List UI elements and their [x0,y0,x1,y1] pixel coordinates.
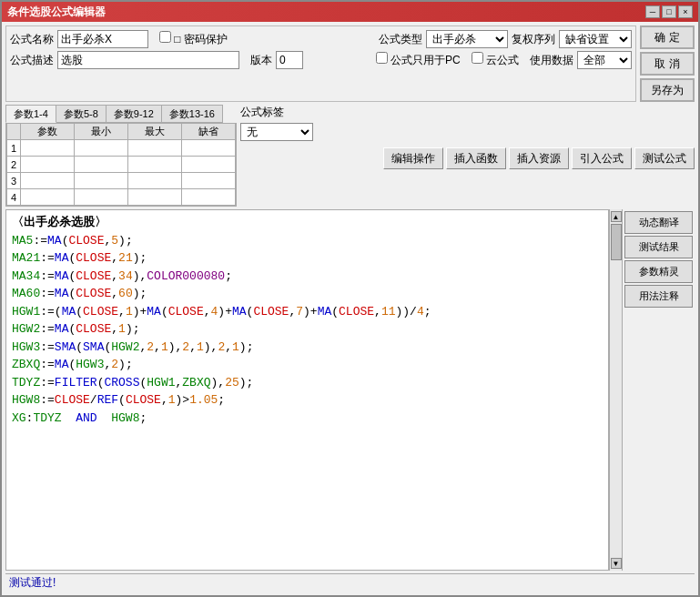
params-col-param: 参数 [21,124,75,140]
test-results-button[interactable]: 测试结果 [624,236,693,258]
formula-type-label: 公式类型 [379,32,422,47]
tab-params-1-4[interactable]: 参数1-4 [5,105,56,123]
tab-params-9-12[interactable]: 参数9-12 [106,105,162,123]
param-row-num-4: 4 [7,189,21,206]
code-header: 〈出手必杀选股〉 [12,214,603,232]
params-col-default: 缺省 [182,124,236,140]
syntax-note-button[interactable]: 用法注释 [624,285,693,308]
param-row-3: 3 [7,173,236,189]
password-label: □ 密码保护 [159,31,228,47]
code-line-10: HGW8:=CLOSE/REF(CLOSE,1)>1.05; [12,391,603,410]
cloud-checkbox[interactable] [472,52,483,64]
scroll-up-button[interactable]: ▲ [611,211,622,222]
code-editor[interactable]: 〈出手必杀选股〉 MA5:=MA(CLOSE,5); MA21:=MA(CLOS… [6,210,608,570]
compound-select[interactable]: 缺省设置 [559,30,632,48]
window-controls: ─ □ × [645,5,693,18]
password-checkbox[interactable] [159,31,171,43]
status-text: 测试通过! [9,575,56,591]
edit-ops-button[interactable]: 编辑操作 [383,147,443,169]
scroll-down-button[interactable]: ▼ [611,558,622,569]
use-data-select[interactable]: 全部 [577,51,632,69]
param-2-name[interactable] [25,159,70,170]
param-2-default[interactable] [186,159,231,170]
formula-desc-input[interactable] [57,51,239,69]
pc-only-label: 公式只用于PC [376,52,461,68]
scroll-thumb[interactable] [611,224,622,260]
code-line-11: XG:TDYZ AND HGW8; [12,410,603,428]
param-1-max[interactable] [132,143,178,154]
param-1-default[interactable] [186,143,231,154]
save-as-button[interactable]: 另存为 [640,78,695,102]
params-col-num [7,124,21,140]
param-row-2: 2 [7,157,236,173]
code-line-6: HGW2:=MA(CLOSE,1); [12,320,603,339]
param-summary-button[interactable]: 参数精灵 [624,260,693,283]
params-col-min: 最小 [75,124,128,140]
pc-only-checkbox[interactable] [376,52,388,64]
param-row-1: 1 [7,140,236,157]
code-line-1: MA5:=MA(CLOSE,5); [12,232,603,250]
cloud-label: 云公式 [472,52,519,68]
param-2-max[interactable] [132,159,178,170]
param-3-max[interactable] [132,176,178,187]
formula-tag-label: 公式标签 [240,105,284,120]
close-button[interactable]: × [678,5,693,18]
compound-label: 复权序列 [512,32,555,47]
code-line-3: MA34:=MA(CLOSE,34),COLOR000080; [12,268,603,286]
code-line-4: MA60:=MA(CLOSE,60); [12,285,603,303]
version-input[interactable] [276,51,303,69]
title-bar: 条件选股公式编辑器 ─ □ × [2,2,698,22]
status-bar: 测试通过! [5,573,695,592]
param-4-default[interactable] [186,192,231,203]
param-row-num-2: 2 [7,157,21,173]
window-title: 条件选股公式编辑器 [7,5,106,20]
param-1-name[interactable] [25,143,70,154]
param-4-max[interactable] [132,192,178,203]
import-formula-button[interactable]: 引入公式 [572,147,632,169]
param-row-4: 4 [7,189,236,206]
params-col-max: 最大 [128,124,182,140]
params-tabs: 参数1-4 参数5-8 参数9-12 参数13-16 [5,105,237,123]
formula-tag-select[interactable]: 无 [240,123,313,141]
maximize-button[interactable]: □ [662,5,676,18]
param-3-min[interactable] [78,176,124,187]
formula-name-input[interactable] [57,30,148,48]
formula-desc-label: 公式描述 [10,53,54,68]
param-4-min[interactable] [78,192,124,203]
tab-params-13-16[interactable]: 参数13-16 [161,105,223,123]
version-label: 版本 [250,53,272,68]
code-line-5: HGW1:=(MA(CLOSE,1)+MA(CLOSE,4)+MA(CLOSE,… [12,303,603,321]
code-line-9: TDYZ:=FILTER(CROSS(HGW1,ZBXQ),25); [12,374,603,392]
insert-func-button[interactable]: 插入函数 [446,147,506,169]
param-1-min[interactable] [78,143,124,154]
confirm-button[interactable]: 确 定 [640,25,695,49]
minimize-button[interactable]: ─ [645,5,660,18]
formula-type-select[interactable]: 出手必杀 [426,30,508,48]
params-table: 参数 最小 最大 缺省 1 [6,123,236,206]
param-3-default[interactable] [186,176,231,187]
param-row-num-3: 3 [7,173,21,189]
test-formula-button[interactable]: 测试公式 [634,147,695,169]
dynamic-translate-button[interactable]: 动态翻译 [624,211,693,234]
param-2-min[interactable] [78,159,124,170]
cancel-button[interactable]: 取 消 [640,52,695,76]
tab-params-5-8[interactable]: 参数5-8 [56,105,107,123]
code-line-7: HGW3:=SMA(SMA(HGW2,2,1),2,1),2,1); [12,339,603,357]
param-4-name[interactable] [25,192,70,203]
formula-name-label: 公式名称 [10,32,54,47]
right-panel: 动态翻译 测试结果 参数精灵 用法注释 [622,209,695,571]
insert-res-button[interactable]: 插入资源 [509,147,569,169]
use-data-label: 使用数据 [530,53,573,68]
param-row-num-1: 1 [7,140,21,157]
param-3-name[interactable] [25,176,70,187]
code-line-2: MA21:=MA(CLOSE,21); [12,249,603,268]
code-line-8: ZBXQ:=MA(HGW3,2); [12,356,603,374]
